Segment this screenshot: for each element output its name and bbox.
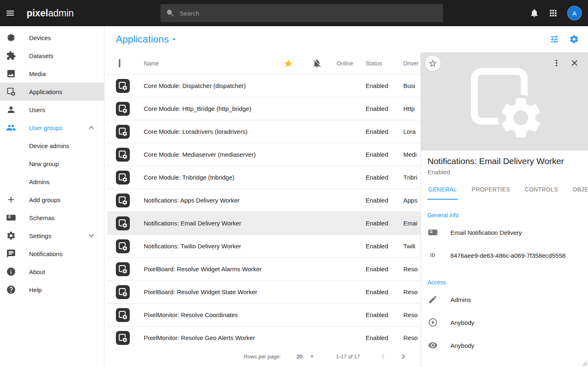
close-panel-icon[interactable] [570, 58, 579, 68]
column-header-online[interactable]: Online [337, 60, 353, 67]
column-header-status[interactable]: Status [366, 60, 382, 67]
status-text: Enabled [366, 105, 388, 112]
page-title-dropdown[interactable]: Applications [116, 34, 179, 45]
next-page-chevron-icon[interactable] [398, 351, 408, 361]
content-header: Applications [104, 26, 588, 52]
application-row-icon [116, 102, 130, 116]
application-name: Core Module: Http_Bridge (http_bridge) [144, 105, 251, 112]
driver-text: Medi [403, 151, 417, 158]
driver-text: Reso [403, 311, 418, 318]
application-row-icon [116, 308, 130, 322]
status-text: Enabled [366, 266, 388, 272]
status-text: Enabled [366, 197, 388, 204]
select-all-checkbox[interactable] [119, 59, 120, 68]
sidebar-item-users[interactable]: Users [0, 101, 104, 119]
status-text: Enabled [366, 151, 388, 158]
chevron-up-icon[interactable] [86, 123, 96, 133]
panel-item-id: ID 8476aee9-de63-486c-a069-7f358ecd5558 [421, 244, 588, 267]
driver-text: Http [403, 105, 415, 112]
sidebar-item-schemas[interactable]: Schemas [0, 209, 104, 227]
favorite-star-column-icon[interactable] [283, 59, 293, 68]
access-item-edit[interactable]: Admins [421, 288, 588, 311]
sidebar-item-new-group[interactable]: New group [0, 155, 104, 173]
sidebar-item-device-admins[interactable]: Device admins [0, 137, 104, 155]
application-row-icon [116, 125, 130, 139]
status-text: Enabled [366, 311, 388, 318]
application-row-icon [116, 216, 130, 230]
sidebar-item-label: Admins [29, 178, 50, 185]
sidebar-item-admins[interactable]: Admins [0, 173, 104, 191]
tab-controls[interactable]: CONTROLS [524, 180, 559, 200]
application-name: PixelBoard: Resolve Widget Alarms Worker [144, 266, 262, 272]
rows-per-page-select[interactable]: 20 [296, 352, 316, 360]
status-text: Enabled [366, 243, 388, 250]
rows-per-page-value: 20 [296, 353, 302, 360]
table-settings-gear-icon[interactable] [569, 34, 579, 44]
tab-objects[interactable]: OBJECTS [572, 180, 588, 200]
brand-bold: pixel [27, 8, 48, 18]
column-header-driver[interactable]: Driver [403, 60, 418, 67]
status-text: Enabled [366, 82, 388, 89]
search-icon [166, 9, 175, 18]
sidebar-item-user-groups[interactable]: User groups [0, 119, 104, 137]
access-execute-value: Anybody [450, 319, 474, 326]
sidebar-item-label: Devices [29, 34, 51, 41]
plus-icon [6, 195, 16, 205]
sidebar-item-about[interactable]: About [0, 263, 104, 281]
apps-grid-icon[interactable] [548, 8, 558, 18]
sidebar-item-settings[interactable]: Settings [0, 227, 104, 245]
column-header-name[interactable]: Name [144, 60, 159, 67]
sidebar-item-datasets[interactable]: Datasets [0, 47, 104, 65]
panel-actions [552, 58, 579, 68]
tab-general[interactable]: GENERAL [427, 180, 458, 200]
main-content: Applications Name [104, 26, 588, 367]
chat-icon [6, 249, 16, 259]
tab-properties[interactable]: PROPERTIES [471, 180, 511, 200]
application-name: Core Module: Dispatcher (dispatcher) [144, 82, 246, 89]
driver-text: Emai [403, 220, 417, 227]
table-columns-tune-icon[interactable] [550, 34, 559, 44]
driver-text: Twili [403, 243, 415, 250]
sidebar-item-devices[interactable]: Devices [0, 29, 104, 47]
notifications-off-column-icon[interactable] [312, 59, 322, 68]
settings-gear-icon [6, 231, 16, 241]
more-options-kebab-icon[interactable] [552, 58, 561, 68]
application-window: pixeladmin A Devices [0, 0, 588, 367]
user-avatar[interactable]: A [567, 6, 582, 20]
notifications-bell-icon[interactable] [529, 8, 539, 18]
sidebar-item-add-groups[interactable]: Add groups [0, 191, 104, 209]
search-input[interactable] [179, 9, 438, 17]
access-view-value: Anybody [450, 342, 474, 349]
application-uuid: 8476aee9-de63-486c-a069-7f358ecd5558 [450, 252, 565, 259]
sidebar-item-media[interactable]: Media [0, 65, 104, 83]
panel-hero-image [421, 52, 588, 151]
application-name: Notifications: Email Delivery Worker [144, 220, 241, 227]
page-title: Applications [116, 34, 169, 45]
status-text: Enabled [366, 174, 388, 181]
access-item-view[interactable]: Anybody [421, 334, 588, 357]
sidebar-item-help[interactable]: Help [0, 281, 104, 299]
chevron-down-icon[interactable] [86, 231, 96, 241]
panel-resize-handle[interactable] [582, 361, 587, 366]
driver-text: Reso [403, 334, 418, 341]
applications-icon [6, 87, 16, 97]
favorite-star-button[interactable] [425, 56, 441, 71]
sidebar-item-label: Datasets [29, 52, 53, 59]
sidebar-item-applications[interactable]: Applications [0, 83, 104, 101]
application-hero-icon [464, 61, 545, 142]
brand-light: admin [48, 8, 74, 18]
global-search [161, 4, 443, 22]
sidebar-item-notifications[interactable]: Notifications [0, 245, 104, 263]
access-edit-value: Admins [450, 296, 471, 303]
application-name: Notifications: Twilio Delivery Worker [144, 243, 241, 250]
previous-page-chevron-icon[interactable] [378, 351, 388, 361]
eye-icon [427, 340, 438, 350]
driver-text: Tnbri [403, 174, 417, 181]
header-actions [550, 34, 579, 44]
hamburger-menu-icon[interactable] [5, 8, 15, 18]
brand-logo: pixeladmin [27, 8, 74, 19]
access-item-execute[interactable]: Anybody [421, 311, 588, 334]
application-row-icon [116, 285, 130, 299]
application-name: Core Module: Tnbridge (tnbridge) [144, 174, 235, 181]
application-name: Notifications: Apps Delivery Worker [144, 197, 240, 204]
